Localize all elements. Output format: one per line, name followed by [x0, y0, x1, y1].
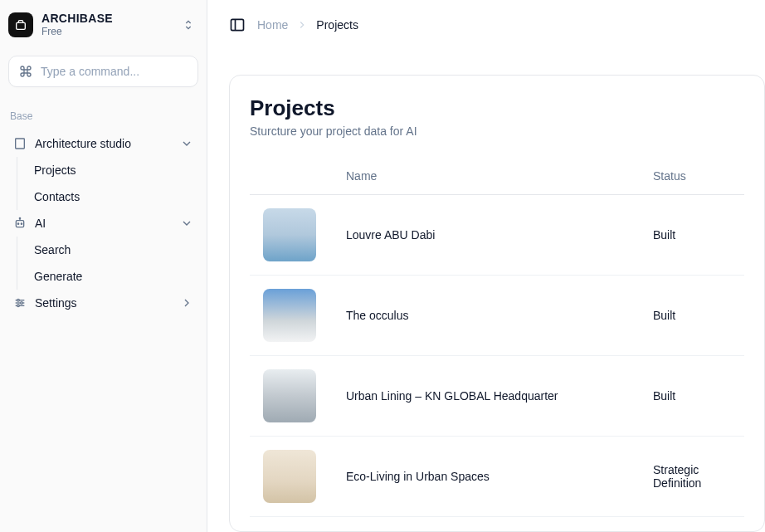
sidebar-item-ai[interactable]: AI [8, 210, 198, 237]
table-row[interactable]: Eco-Living in Urban Spaces Strategic Def… [250, 437, 744, 517]
page-subtitle: Sturcture your project data for AI [250, 124, 744, 138]
table-row[interactable]: Urban Lining – KN GLOBAL Headquarter Bui… [250, 356, 744, 437]
project-status: Built [653, 356, 744, 437]
building-icon [13, 137, 27, 150]
sidebar-item-label: AI [35, 217, 46, 230]
project-name: Louvre ABU Dabi [346, 195, 653, 276]
ai-icon [13, 217, 27, 230]
sidebar-item-architecture-studio[interactable]: Architecture studio [8, 130, 198, 157]
table-row[interactable]: The occulus Built [250, 276, 744, 356]
command-icon [19, 65, 32, 78]
sidebar: ARCHIBASE Free Base Architec [0, 0, 207, 532]
project-name: Eco-Living in Urban Spaces [346, 437, 653, 517]
projects-card: Projects Sturcture your project data for… [229, 75, 765, 532]
svg-point-13 [21, 223, 22, 224]
chevron-right-icon [180, 296, 193, 310]
table-header-name[interactable]: Name [346, 158, 653, 195]
project-status: Built [653, 195, 744, 276]
svg-point-19 [21, 302, 23, 305]
command-input-field[interactable] [41, 65, 188, 78]
sidebar-item-label: Architecture studio [35, 137, 131, 150]
settings-icon [13, 296, 27, 310]
project-status: Strategic Definition [653, 437, 744, 517]
page-title: Projects [250, 95, 744, 121]
project-thumbnail [263, 450, 316, 503]
chevron-down-icon [180, 217, 193, 230]
brand-logo-icon [8, 12, 33, 37]
chevron-down-icon [180, 137, 193, 150]
breadcrumb-home[interactable]: Home [257, 18, 288, 32]
workspace-switcher[interactable]: ARCHIBASE Free [8, 8, 198, 46]
sidebar-item-settings[interactable]: Settings [8, 290, 198, 316]
brand-subtitle: Free [41, 26, 113, 37]
svg-point-21 [17, 305, 20, 307]
sidebar-subgroup-architecture: Projects Contacts [17, 157, 198, 210]
table-row[interactable]: Louvre ABU Dabi Built [250, 195, 744, 276]
sidebar-item-contacts[interactable]: Contacts [29, 183, 198, 210]
svg-rect-22 [231, 19, 244, 30]
sidebar-toggle-button[interactable] [229, 17, 246, 33]
project-status: Built [653, 276, 744, 356]
svg-point-15 [19, 218, 20, 219]
table-header-status[interactable]: Status [653, 158, 744, 195]
sidebar-item-projects[interactable]: Projects [29, 157, 198, 183]
chevron-right-icon [296, 19, 308, 31]
project-thumbnail [263, 208, 316, 261]
command-input[interactable] [8, 56, 198, 87]
main: Home Projects Projects Sturcture your pr… [207, 0, 765, 532]
project-thumbnail [263, 289, 316, 342]
svg-point-12 [17, 223, 18, 224]
svg-rect-1 [16, 139, 25, 149]
project-name: The occulus [346, 276, 653, 356]
sidebar-item-search[interactable]: Search [29, 237, 198, 263]
project-name: Urban Lining – KN GLOBAL Headquarter [346, 356, 653, 437]
table-header-thumb [250, 158, 346, 195]
selector-icon [182, 18, 195, 32]
breadcrumb: Home Projects [257, 18, 358, 32]
sidebar-subgroup-ai: Search Generate [17, 237, 198, 290]
sidebar-section-heading: Base [8, 110, 198, 122]
project-thumbnail [263, 369, 316, 422]
sidebar-item-generate[interactable]: Generate [29, 263, 198, 290]
brand-title: ARCHIBASE [41, 12, 113, 26]
svg-rect-0 [17, 22, 26, 29]
breadcrumb-current: Projects [316, 18, 358, 32]
topbar: Home Projects [207, 0, 765, 41]
projects-table: Name Status Louvre ABU Dabi Built The oc [250, 158, 744, 517]
svg-point-17 [17, 300, 20, 302]
sidebar-item-label: Settings [35, 296, 77, 310]
